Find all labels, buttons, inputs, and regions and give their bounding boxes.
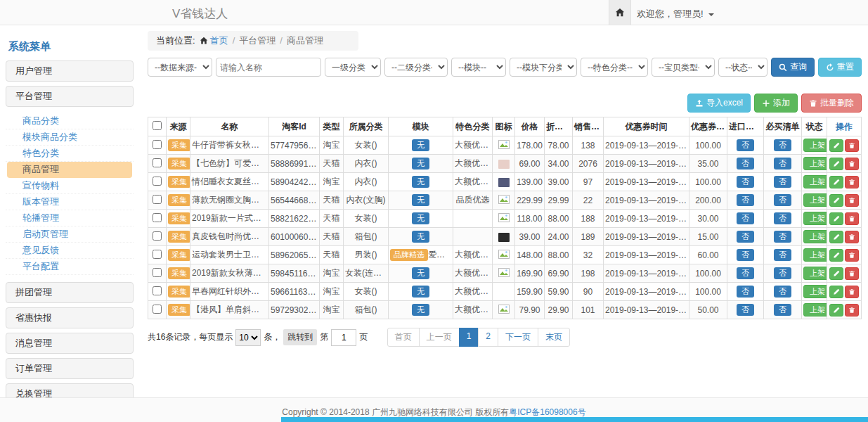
sidebar-item-module-product-category[interactable]: 模块商品分类 (6, 129, 134, 146)
row-checkbox[interactable] (153, 213, 162, 222)
imported-toggle[interactable]: 否 (737, 231, 754, 243)
delete-button[interactable] (845, 304, 859, 316)
delete-button[interactable] (845, 194, 859, 207)
breadcrumb-home-link[interactable]: 首页 (210, 35, 228, 46)
item-type-select[interactable]: --宝贝类型-- (652, 58, 715, 77)
row-checkbox[interactable] (153, 177, 162, 186)
must-buy-toggle[interactable]: 否 (774, 286, 791, 298)
feature-category-select[interactable]: --特色分类-- (581, 58, 648, 77)
imported-toggle[interactable]: 否 (737, 304, 754, 316)
must-buy-toggle[interactable]: 否 (774, 304, 791, 316)
sidebar-item-splash-mgmt[interactable]: 启动页管理 (6, 226, 134, 243)
sidebar-item-platform-config[interactable]: 平台配置 (6, 259, 134, 275)
module-badge[interactable]: 无 (412, 212, 429, 224)
module-badge[interactable]: 无 (412, 158, 429, 170)
sidebar-item-groupbuy-mgmt[interactable]: 拼团管理 (6, 282, 134, 303)
sidebar-item-message-mgmt[interactable]: 消息管理 (6, 333, 134, 354)
sidebar-item-feedback[interactable]: 意见反馈 (6, 243, 134, 259)
imported-toggle[interactable]: 否 (737, 212, 754, 224)
import-excel-button[interactable]: 导入excel (687, 94, 751, 113)
reset-button[interactable]: 重置 (818, 58, 862, 77)
delete-button[interactable] (845, 286, 859, 298)
row-checkbox[interactable] (153, 158, 162, 167)
next-page-button[interactable]: 下一页 (498, 328, 538, 347)
module-sub-select[interactable]: --模块下分类-- (510, 58, 577, 77)
must-buy-toggle[interactable]: 否 (774, 231, 791, 243)
sidebar-item-promo-material[interactable]: 宣传物料 (6, 178, 134, 194)
row-checkbox[interactable] (153, 268, 162, 277)
shelf-status-button[interactable]: 上架 (803, 212, 827, 225)
edit-button[interactable] (829, 139, 843, 152)
sidebar-item-product-mgmt-active[interactable]: 商品管理 (7, 162, 132, 178)
category2-select[interactable]: --二级分类-- (384, 58, 448, 77)
sidebar-item-savings-news[interactable]: 省惠快报 (6, 307, 134, 328)
sidebar-item-user-mgmt[interactable]: 用户管理 (6, 60, 134, 82)
batch-delete-button[interactable]: 批量删除 (801, 94, 862, 113)
sidebar-item-version-mgmt[interactable]: 版本管理 (6, 194, 134, 210)
page-2-button[interactable]: 2 (478, 328, 498, 347)
sidebar-item-platform-mgmt[interactable]: 平台管理 (6, 86, 134, 107)
must-buy-toggle[interactable]: 否 (774, 139, 791, 151)
add-button[interactable]: 添加 (754, 94, 798, 113)
module-badge[interactable]: 无 (412, 231, 429, 243)
user-menu[interactable]: 欢迎您，管理员! (637, 8, 714, 20)
shelf-status-button[interactable]: 上架 (803, 303, 827, 316)
sidebar-item-feature-category[interactable]: 特色分类 (6, 146, 134, 162)
category1-select[interactable]: 一级分类 (325, 58, 381, 77)
module-badge[interactable]: 无 (412, 139, 429, 151)
shelf-status-button[interactable]: 上架 (803, 139, 827, 152)
module-badge[interactable]: 无 (412, 286, 429, 298)
name-search-input[interactable] (216, 58, 321, 77)
imported-toggle[interactable]: 否 (737, 194, 754, 206)
delete-button[interactable] (845, 139, 859, 152)
edit-button[interactable] (829, 267, 843, 280)
imported-toggle[interactable]: 否 (737, 158, 754, 170)
jump-button[interactable]: 跳转到 (283, 329, 317, 345)
select-all-checkbox[interactable] (153, 121, 162, 130)
row-checkbox[interactable] (153, 286, 162, 295)
page-number-input[interactable] (331, 329, 356, 346)
shelf-status-button[interactable]: 上架 (803, 267, 827, 280)
shelf-status-button[interactable]: 上架 (803, 175, 827, 188)
status-select[interactable]: --状态-- (718, 58, 767, 77)
delete-button[interactable] (845, 231, 859, 243)
shelf-status-button[interactable]: 上架 (803, 285, 827, 298)
edit-button[interactable] (829, 249, 843, 262)
sidebar-item-exchange-mgmt[interactable]: 兑换管理 (6, 383, 134, 397)
icp-link[interactable]: 粤ICP备16098006号 (509, 407, 585, 417)
module-select[interactable]: --模块-- (451, 58, 506, 77)
row-checkbox[interactable] (153, 305, 162, 314)
per-page-select[interactable]: 10 (235, 329, 261, 346)
row-checkbox[interactable] (153, 140, 162, 149)
home-button[interactable] (609, 0, 631, 25)
imported-toggle[interactable]: 否 (737, 176, 754, 188)
imported-toggle[interactable]: 否 (737, 139, 754, 151)
prev-page-button[interactable]: 上一页 (419, 328, 460, 347)
edit-button[interactable] (829, 304, 843, 316)
row-checkbox[interactable] (153, 231, 162, 241)
data-source-select[interactable]: --数据来源-- (148, 58, 212, 77)
imported-toggle[interactable]: 否 (737, 249, 754, 261)
delete-button[interactable] (845, 212, 859, 225)
must-buy-toggle[interactable]: 否 (774, 212, 791, 224)
must-buy-toggle[interactable]: 否 (774, 176, 791, 188)
imported-toggle[interactable]: 否 (737, 286, 754, 298)
edit-button[interactable] (829, 158, 843, 170)
first-page-button[interactable]: 首页 (387, 328, 420, 347)
must-buy-toggle[interactable]: 否 (774, 267, 791, 279)
imported-toggle[interactable]: 否 (737, 267, 754, 279)
sidebar-item-order-mgmt[interactable]: 订单管理 (6, 358, 134, 379)
module-badge[interactable]: 无 (412, 304, 429, 316)
page-1-button[interactable]: 1 (459, 328, 479, 347)
module-badge[interactable]: 无 (412, 267, 429, 279)
shelf-status-button[interactable]: 上架 (803, 248, 827, 262)
must-buy-toggle[interactable]: 否 (774, 158, 791, 170)
module-badge[interactable]: 无 (412, 194, 429, 206)
edit-button[interactable] (829, 286, 843, 298)
last-page-button[interactable]: 末页 (538, 328, 570, 347)
sidebar-item-product-category[interactable]: 商品分类 (6, 113, 134, 129)
module-badge[interactable]: 无 (412, 176, 429, 188)
shelf-status-button[interactable]: 上架 (803, 157, 827, 170)
shelf-status-button[interactable]: 上架 (803, 230, 827, 243)
shelf-status-button[interactable]: 上架 (803, 193, 827, 207)
